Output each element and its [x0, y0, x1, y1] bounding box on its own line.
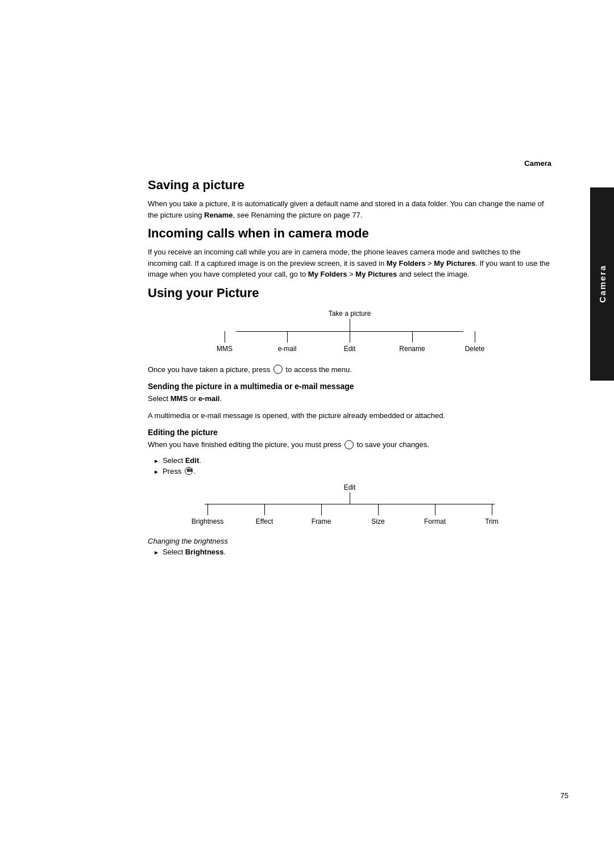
diagram1-branches: MMS e-mail Edit [208, 331, 492, 353]
subsection-sending-body1: Select MMS or e-mail. [148, 393, 551, 404]
subsection-sending-heading: Sending the picture in a multimedia or e… [148, 382, 551, 391]
diagram2-branch-format: Format [418, 504, 452, 525]
camera-side-tab: Camera [590, 187, 614, 381]
diagram1-branch-rename: Rename [395, 331, 429, 353]
section3-heading: Using your Picture [148, 286, 551, 301]
section1-heading: Saving a picture [148, 178, 551, 193]
bullet-select-edit-text: Select Edit. [163, 456, 201, 465]
subsection-sending-body2: A multimedia or e-mail message is opened… [148, 410, 551, 422]
diagram1-branch-edit: Edit [333, 331, 367, 353]
section2-body: If you receive an incoming call while yo… [148, 247, 551, 280]
section-incoming-calls: Incoming calls when in camera mode If yo… [148, 226, 551, 280]
page-header: Camera [148, 159, 551, 168]
section-saving-picture: Saving a picture When you take a picture… [148, 178, 551, 220]
diagram1-hline [236, 331, 463, 332]
diagram2-branch-frame: Frame [304, 504, 338, 525]
section1-body: When you take a picture, it is automatic… [148, 198, 551, 220]
italic-heading-brightness: Changing the brightness [148, 537, 551, 545]
press-icon: 📷 [185, 467, 193, 475]
section-using-picture: Using your Picture Take a picture [148, 286, 551, 557]
subsection-editing-body1: When you have finished editing the pictu… [148, 439, 551, 450]
save-icon [345, 440, 354, 449]
content-area: Camera Saving a picture When you take a … [148, 159, 557, 868]
ok-icon [273, 365, 283, 374]
bullet-press-icon: ► Press 📷. [148, 467, 551, 476]
diagram2-branch-brightness: Brightness [190, 504, 225, 525]
diagram2-branch-effect: Effect [247, 504, 281, 525]
diagram1-branch-email: e-mail [270, 331, 304, 353]
page: Camera Camera Saving a picture When you … [0, 0, 614, 868]
section2-heading: Incoming calls when in camera mode [148, 226, 551, 241]
bullet-arrow-3: ► [154, 549, 159, 556]
diagram2-root-vline [350, 493, 350, 504]
diagram1-branch-container: MMS e-mail Edit [208, 331, 492, 353]
side-tab-label: Camera [598, 265, 607, 303]
diagram1: Take a picture MMS [148, 310, 551, 353]
diagram2: Edit Brightness Effect [148, 483, 551, 525]
diagram2-branch-trim: Trim [475, 504, 509, 525]
diagram2-branches: Brightness Effect Frame [190, 504, 509, 525]
bullet-arrow-2: ► [154, 469, 159, 475]
page-number: 75 [561, 791, 569, 800]
subsection-editing: Editing the picture When you have finish… [148, 428, 551, 556]
after-diagram-text: Once you have taken a picture, press to … [148, 364, 551, 375]
bullet-brightness-text: Select Brightness. [163, 548, 226, 556]
diagram2-branch-size: Size [361, 504, 395, 525]
diagram2-branch-container: Brightness Effect Frame [190, 504, 509, 525]
header-label: Camera [524, 159, 551, 168]
subsection-sending: Sending the picture in a multimedia or e… [148, 382, 551, 421]
diagram1-branch-delete: Delete [458, 331, 492, 353]
diagram1-root: Take a picture [329, 310, 371, 318]
diagram1-branch-mms: MMS [208, 331, 242, 353]
bullet-select-brightness: ► Select Brightness. [148, 548, 551, 556]
bullet-arrow-1: ► [154, 458, 159, 464]
bullet-select-edit: ► Select Edit. [148, 456, 551, 465]
subsection-editing-heading: Editing the picture [148, 428, 551, 437]
diagram1-root-vline [350, 319, 350, 331]
diagram2-root: Edit [344, 483, 356, 491]
diagram2-hline [205, 504, 495, 504]
bullet-press-text: Press 📷. [163, 467, 196, 476]
